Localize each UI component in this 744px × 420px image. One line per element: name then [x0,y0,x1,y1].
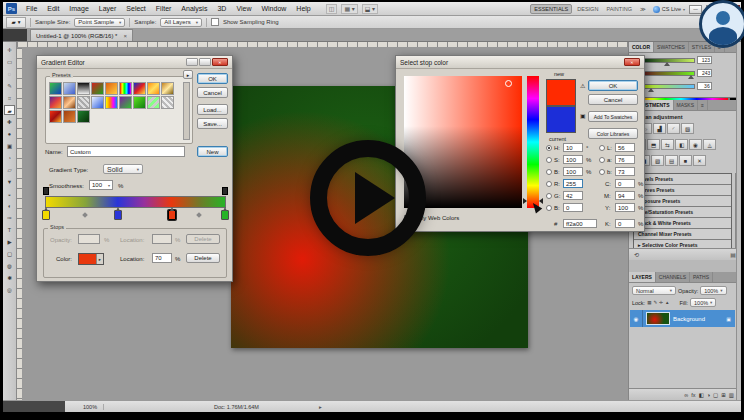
selective-color-icon[interactable]: ✕ [693,155,706,166]
gradient-preset-swatch[interactable] [63,82,76,95]
menu-item[interactable]: Analysis [176,2,212,15]
layer-group-icon[interactable]: ▢ [713,392,718,398]
preset-row[interactable]: Exposure Presets [634,196,731,207]
gamut-warning-icon[interactable]: ⚠ [580,82,585,89]
path-selection-tool-icon[interactable]: ▶ [4,237,15,247]
new-gradient-button[interactable]: New [197,146,228,157]
lock-pixels-icon[interactable]: ✎ [653,300,657,305]
a-radio[interactable] [599,157,605,163]
smoothness-input[interactable]: 100 ▾ [89,180,113,190]
g-slider-thumb[interactable] [688,75,694,79]
arrange-documents-icon[interactable]: ▦ ▾ [341,4,357,14]
gradient-preset-swatch[interactable] [63,96,76,109]
c-input[interactable]: 0 [615,179,635,188]
m-input[interactable]: 94 [615,191,635,200]
pen-tool-icon[interactable]: ✑ [4,213,15,223]
gradient-tool-icon[interactable]: ▼ [4,177,15,187]
h-input[interactable]: 10 [563,143,583,152]
minimize-button[interactable]: — [689,5,702,14]
close-tab-icon[interactable]: × [123,33,127,39]
exposure-icon[interactable]: ▧ [681,123,694,134]
panel-menu-icon[interactable]: ≡ [698,100,708,110]
screen-mode-icon[interactable]: ⬓ ▾ [362,4,378,14]
menu-item[interactable]: File [21,2,42,15]
dialog-close-icon[interactable]: ✕ [212,58,228,66]
workspace-design[interactable]: DESIGN [574,5,601,13]
color-stop-yellow[interactable] [42,210,50,220]
clone-stamp-tool-icon[interactable]: ▣ [4,141,15,151]
gradient-preset-swatch[interactable] [119,82,132,95]
panel-scrollbar[interactable] [736,42,741,400]
gradient-editor-title-bar[interactable]: Gradient Editor ✕ [37,56,232,69]
fill-dropdown[interactable]: 100% ▾ [690,298,716,307]
b-slider-track[interactable] [639,84,695,89]
b-slider-thumb[interactable] [648,88,654,92]
presets-scrollbar[interactable] [183,82,190,140]
new-layer-icon[interactable]: ⊞ [721,392,726,398]
opacity-dropdown[interactable]: 100% ▾ [700,286,726,295]
blend-mode-dropdown[interactable]: Normal ▾ [632,286,676,295]
document-tab[interactable]: Untitled-1 @ 100% (RGB/16) * × [30,29,133,41]
hue-thumb-right[interactable] [539,198,543,204]
shape-tool-icon[interactable]: ▢ [4,249,15,259]
curves-icon[interactable]: ◜ [667,123,680,134]
cancel-button[interactable]: Cancel [588,94,638,105]
r-slider-value[interactable]: 123 [697,56,712,64]
status-arrow-icon[interactable]: ▸ [319,404,322,410]
eyedropper-tool-icon[interactable]: ▰ [4,105,15,115]
dialog-minimize-icon[interactable] [186,58,198,66]
move-tool-icon[interactable]: ✛ [4,45,15,55]
gradient-preset-swatch[interactable] [91,82,104,95]
web-safe-cube-icon[interactable]: ▣ [580,112,586,119]
lock-position-icon[interactable]: ✛ [659,300,663,305]
delete-color-stop-button[interactable]: Delete [186,253,220,263]
g-radio[interactable] [546,193,552,199]
gradient-preset-swatch[interactable] [49,96,62,109]
workspace-overflow-chevron[interactable]: ≫ [637,5,649,13]
brush-tool-icon[interactable]: ● [4,129,15,139]
preset-row[interactable]: Black & White Presets [634,218,731,229]
h-radio[interactable] [546,145,552,151]
sample-size-dropdown[interactable]: Point Sample ▾ [74,18,125,27]
k-input[interactable]: 0 [615,219,635,228]
ok-button[interactable]: OK [588,80,638,91]
gradient-preset-swatch[interactable] [105,82,118,95]
y-input[interactable]: 100 [615,203,635,212]
g-slider-value[interactable]: 243 [697,69,712,77]
workspace-essentials[interactable]: ESSENTIALS [530,4,572,14]
black-white-icon[interactable]: ◧ [675,139,688,150]
blur-tool-icon[interactable]: ◒ [4,189,15,199]
location-input[interactable]: 70 [152,253,172,263]
add-to-swatches-button[interactable]: Add To Swatches [588,111,638,122]
workspace-painting[interactable]: PAINTING [603,5,635,13]
lock-transparency-icon[interactable]: ▦ [647,300,651,305]
menu-item[interactable]: Help [291,2,315,15]
menu-item[interactable]: Layer [94,2,122,15]
gradient-preview-bar[interactable] [45,196,226,208]
menu-item[interactable]: Edit [42,2,64,15]
tab-color[interactable]: COLOR [629,42,654,52]
posterize-icon[interactable]: ▨ [651,155,664,166]
bridge-icon[interactable]: ◫ [326,4,338,14]
gradient-map-icon[interactable]: ■ [679,155,692,166]
s-radio[interactable] [546,157,552,163]
healing-brush-tool-icon[interactable]: ✚ [4,117,15,127]
b2-input[interactable]: 0 [563,203,583,212]
color-field-marker[interactable] [505,80,512,87]
panel-expand-icon[interactable]: ⟲ [634,251,639,258]
stop-color-swatch-button[interactable]: ▸ [78,253,104,265]
cs-live-button[interactable]: CS Live ▾ [653,6,685,13]
video-play-overlay[interactable] [310,140,426,256]
l-radio[interactable] [599,145,605,151]
preset-row[interactable]: Channel Mixer Presets [634,229,731,240]
dodge-tool-icon[interactable]: ◐ [4,201,15,211]
sample-dropdown[interactable]: All Layers ▾ [160,18,202,27]
load-button[interactable]: Load... [197,104,228,115]
show-sampling-ring-checkbox[interactable] [211,18,219,26]
lasso-tool-icon[interactable]: ◌ [4,69,15,79]
layer-name[interactable]: Background [673,316,705,322]
hue-thumb-left[interactable] [523,198,527,204]
color-balance-icon[interactable]: ⇆ [661,139,674,150]
gradient-preset-swatch[interactable] [161,82,174,95]
tab-swatches[interactable]: SWATCHES [654,42,689,52]
